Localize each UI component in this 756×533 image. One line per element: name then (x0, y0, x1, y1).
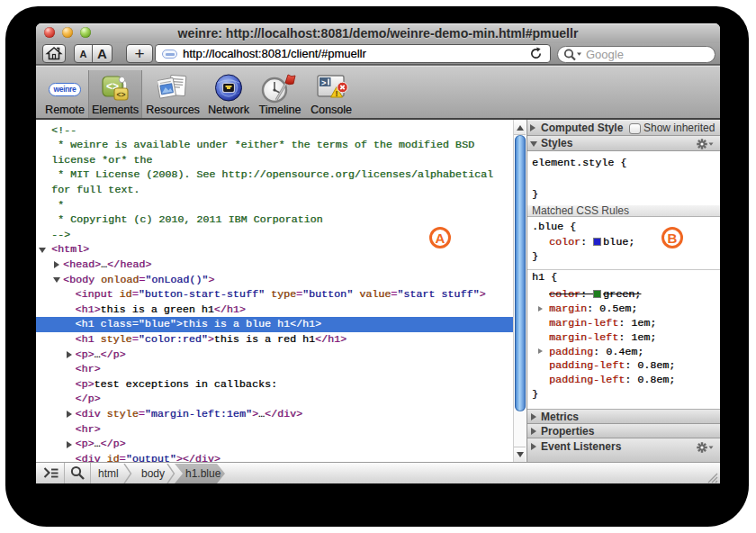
svg-text:<>: <> (117, 90, 126, 99)
svg-text:!: ! (336, 89, 338, 98)
svg-text:>: > (321, 79, 326, 88)
